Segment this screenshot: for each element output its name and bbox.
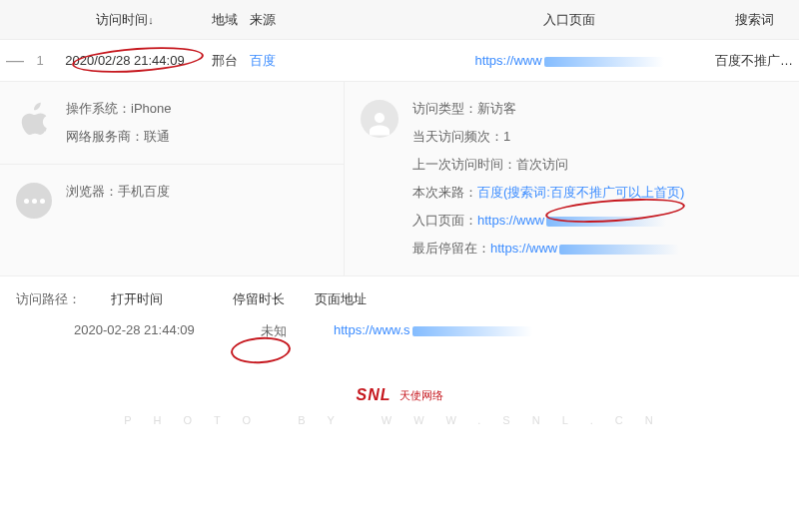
expand-toggle[interactable]: —	[0, 50, 30, 71]
row-index: 1	[30, 53, 50, 68]
header-time[interactable]: 访问时间↓	[50, 11, 200, 29]
blurred-text	[412, 326, 532, 336]
entry-link[interactable]: https://www	[474, 53, 663, 68]
footer-brand: SNL 天使网络	[357, 386, 443, 404]
browser-icon	[16, 183, 52, 219]
referer-line: 本次来路：百度(搜索词:百度不推广可以上首页)	[412, 184, 684, 202]
brand-logo: SNL	[357, 386, 392, 404]
header-entry[interactable]: 入口页面	[310, 11, 709, 29]
path-section-label: 访问路径：	[16, 290, 81, 308]
header-search[interactable]: 搜索词	[709, 11, 799, 29]
path-time: 2020-02-28 21:44:09	[74, 322, 214, 340]
apple-icon	[16, 100, 52, 142]
footer: SNL 天使网络 PHOTO BY WWW.SNL.CN	[0, 364, 799, 436]
visit-type-line: 访问类型：新访客	[412, 100, 684, 118]
entry-page-link[interactable]: https://www	[477, 213, 666, 228]
last-stay-link[interactable]: https://www	[490, 241, 679, 256]
blurred-text	[544, 57, 664, 67]
visit-time: 2020/02/28 21:44:09	[50, 53, 200, 68]
visit-path-section: 访问路径： 打开时间 停留时长 页面地址 2020-02-28 21:44:09…	[0, 276, 799, 354]
header-source[interactable]: 来源	[250, 11, 310, 29]
os-line: 操作系统：iPhone	[66, 100, 171, 118]
path-duration-label: 停留时长	[233, 290, 285, 308]
source-cell: 百度	[250, 52, 310, 70]
brand-name: 天使网络	[400, 388, 443, 403]
blurred-text	[559, 245, 679, 255]
search-cell: 百度不推广…	[709, 52, 799, 70]
entry-page-line: 入口页面：https://www	[412, 212, 684, 230]
isp-line: 网络服务商：联通	[66, 128, 171, 146]
region-cell: 邢台	[200, 52, 250, 70]
detail-panel: 操作系统：iPhone 网络服务商：联通 浏览器：手机百度 访问类型：新访客 当…	[0, 82, 799, 276]
path-row: 2020-02-28 21:44:09 未知 https://www.s	[16, 322, 783, 340]
path-url-link[interactable]: https://www.s	[334, 322, 532, 337]
path-url-label: 页面地址	[315, 290, 367, 308]
path-duration: 未知	[244, 322, 304, 340]
last-visit-line: 上一次访问时间：首次访问	[412, 156, 684, 174]
entry-cell: https://www	[310, 53, 709, 68]
path-open-label: 打开时间	[111, 290, 163, 308]
browser-block: 浏览器：手机百度	[0, 164, 344, 237]
visit-freq-line: 当天访问频次：1	[412, 128, 684, 146]
header-region[interactable]: 地域	[200, 11, 250, 29]
table-row: — 1 2020/02/28 21:44:09 邢台 百度 https://ww…	[0, 40, 799, 82]
user-icon	[361, 100, 399, 138]
os-block: 操作系统：iPhone 网络服务商：联通	[0, 82, 344, 164]
browser-line: 浏览器：手机百度	[66, 183, 170, 201]
referer-link[interactable]: 百度(搜索词:百度不推广可以上首页)	[477, 185, 684, 200]
table-header: 访问时间↓ 地域 来源 入口页面 搜索词	[0, 0, 799, 40]
source-link[interactable]: 百度	[250, 53, 276, 68]
sort-down-icon: ↓	[148, 14, 154, 26]
footer-credit: PHOTO BY WWW.SNL.CN	[0, 414, 799, 426]
last-stay-line: 最后停留在：https://www	[412, 240, 684, 258]
blurred-text	[546, 217, 666, 227]
